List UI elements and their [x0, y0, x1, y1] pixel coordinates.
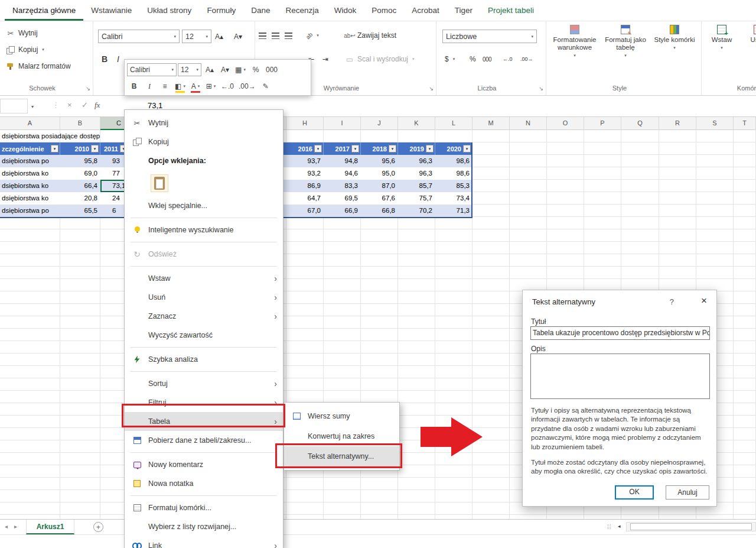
wrap-text-button[interactable]: ab↩ Zawijaj tekst [345, 28, 396, 43]
data-cell[interactable]: 98,6 [435, 155, 470, 167]
close-icon[interactable]: × [701, 295, 707, 307]
row-label-cell[interactable]: dsiębiorstwa po [2, 155, 60, 167]
paste-option-button[interactable] [151, 174, 168, 192]
horizontal-scrollbar[interactable] [626, 522, 756, 531]
data-cell[interactable]: 71,3 [435, 205, 470, 217]
table-header-2010[interactable]: 2010▾ [60, 142, 100, 155]
format-as-table-button[interactable]: Formatuj jako tabelę ▾ [601, 25, 650, 58]
data-cell[interactable]: 67,0 [286, 205, 321, 217]
insert-cells-button[interactable]: Wstaw ▾ [706, 25, 737, 50]
sheet-nav-left-icon[interactable]: ◂ [5, 523, 8, 530]
cell-styles-button[interactable]: Style komórki ▾ [651, 25, 698, 50]
data-cell[interactable]: 96,3 [398, 167, 432, 180]
percent-style-button[interactable]: % [249, 63, 263, 77]
menu-item-wyczysc-zawartosc[interactable]: Wyczyść zawartość [125, 326, 283, 345]
new-sheet-button[interactable]: + [93, 522, 103, 532]
ribbon-tab-formuly[interactable]: Formuły [199, 0, 243, 21]
increase-indent-button[interactable]: ⇥ [322, 52, 328, 66]
help-icon[interactable]: ? [670, 297, 674, 306]
filter-button[interactable]: ▾ [51, 145, 58, 153]
fill-color-button[interactable]: ◧▾ [173, 79, 187, 93]
cancel-button[interactable]: × [67, 100, 72, 109]
ribbon-tab-acrobat[interactable]: Acrobat [404, 0, 447, 21]
data-cell[interactable]: 94,8 [324, 155, 358, 167]
sheet-tab-arkusz1[interactable]: Arkusz1 [26, 520, 74, 534]
menu-item-inteligentne-wyszukiwanie[interactable]: Inteligentne wyszukiwanie [125, 221, 283, 239]
cut-button[interactable]: ✂ Wytnij [6, 26, 38, 40]
font-name-select[interactable]: Calibri ▾ [98, 30, 180, 43]
row-label-cell[interactable]: dsiębiorstwa po [2, 205, 60, 217]
menu-item-usun[interactable]: Usuń› [125, 288, 283, 307]
format-dropdown-button[interactable]: ▦▾ [233, 63, 247, 77]
grow-font-button[interactable]: A▴ [203, 63, 217, 77]
data-cell[interactable]: 98,6 [435, 167, 470, 180]
decrease-decimal-button[interactable]: ←.0 [219, 79, 236, 93]
ribbon-tab-wstawianie[interactable]: Wstawianie [83, 0, 139, 21]
italic-button[interactable]: I [142, 79, 157, 93]
copy-button[interactable]: Kopiuj ▾ [6, 43, 44, 57]
title-field[interactable]: Tabela ukazuje procentowo dostęp przedsi… [530, 326, 710, 340]
font-name-select[interactable]: Calibri▾ [127, 63, 177, 76]
menu-item-nowy-komentarz[interactable]: Nowy komentarz [125, 455, 283, 474]
data-cell[interactable]: 93,2 [286, 167, 321, 180]
ribbon-tab-widok[interactable]: Widok [327, 0, 364, 21]
data-cell[interactable]: 69,0 [60, 167, 97, 180]
menu-item-wstaw[interactable]: Wstaw› [125, 269, 283, 288]
data-cell[interactable]: 94,6 [324, 167, 358, 180]
enter-button[interactable]: ✓ [82, 100, 88, 109]
data-cell[interactable]: 70,2 [398, 205, 432, 217]
font-color-button[interactable]: A▾ [188, 79, 203, 93]
ok-button[interactable]: OK [615, 485, 654, 500]
font-size-select[interactable]: 12 ▾ [182, 30, 211, 43]
bold-button[interactable]: B [127, 79, 141, 93]
data-cell[interactable]: 83,3 [324, 180, 358, 192]
align-top-button[interactable] [259, 28, 266, 43]
sheet-nav-right-icon[interactable]: ▸ [14, 523, 17, 530]
table-header-zczegolnienie[interactable]: zczególnienie▾ [0, 142, 60, 155]
data-cell[interactable]: 20,8 [60, 192, 97, 205]
menu-item-zaznacz[interactable]: Zaznacz› [125, 307, 283, 326]
tab-scroll-splitter[interactable]: ⁞⁞ [607, 524, 612, 530]
menu-item-kopiuj[interactable]: Kopiuj [125, 132, 283, 151]
data-cell[interactable]: 87,0 [361, 180, 395, 192]
align-center-button[interactable]: ≡ [158, 79, 172, 93]
filter-button[interactable]: ▾ [426, 145, 434, 153]
menu-item-sortuj[interactable]: Sortuj› [125, 374, 283, 393]
table-header-2020[interactable]: 2020▾ [435, 142, 472, 155]
alignment-dialog-launcher[interactable]: ↘ [429, 86, 434, 92]
grow-font-button[interactable]: A▴ [215, 30, 223, 44]
menu-item-wklej-specjalnie[interactable]: Wklej specjalnie... [125, 196, 283, 215]
align-bottom-button[interactable] [285, 28, 292, 43]
ribbon-tab-projekt-tabeli[interactable]: Projekt tabeli [480, 0, 542, 21]
table-header-2018[interactable]: 2018▾ [361, 142, 398, 155]
data-cell[interactable]: 86,9 [286, 180, 321, 192]
delete-cells-button[interactable]: Usuń ▾ [743, 25, 756, 50]
borders-button[interactable]: ⊞▾ [204, 79, 218, 93]
data-cell[interactable]: 66,9 [324, 205, 358, 217]
data-cell[interactable]: 65,5 [60, 205, 97, 217]
hscroll-left-icon[interactable]: ◂ [618, 523, 621, 529]
menu-item-nowa-notatka[interactable]: Nowa notatka [125, 474, 283, 493]
filter-button[interactable]: ▾ [91, 145, 99, 153]
data-cell[interactable]: 66,8 [361, 205, 395, 217]
description-field[interactable] [530, 354, 710, 399]
row-label-cell[interactable]: dsiębiorstwa ko [2, 192, 60, 205]
bold-button[interactable]: B [102, 52, 107, 66]
name-box-dropdown-icon[interactable]: ▾ [31, 104, 34, 109]
ribbon-tab-tiger[interactable]: Tiger [447, 0, 480, 21]
ribbon-tab-recenzja[interactable]: Recenzja [278, 0, 326, 21]
menu-item-wybierz-z-listy-rozwijanej[interactable]: Wybierz z listy rozwijanej... [125, 517, 283, 536]
accounting-format-button[interactable]: $ ▾ [445, 52, 455, 66]
number-dialog-launcher[interactable]: ↘ [539, 86, 543, 92]
format-painter-button[interactable]: ✎ [259, 79, 273, 93]
increase-decimal-button[interactable]: .00→ [520, 52, 533, 66]
insert-function-button[interactable]: fx [94, 100, 100, 110]
horizontal-scrollbar-thumb[interactable] [630, 523, 752, 530]
filter-button[interactable]: ▾ [463, 145, 471, 153]
data-cell[interactable]: 85,3 [435, 180, 470, 192]
menu-item-wytnij[interactable]: Wytnij [125, 114, 283, 132]
data-cell[interactable]: 95,6 [361, 155, 395, 167]
ribbon-tab-pomoc[interactable]: Pomoc [364, 0, 404, 21]
table-header-2019[interactable]: 2019▾ [398, 142, 435, 155]
data-cell[interactable]: 64,7 [286, 192, 321, 205]
